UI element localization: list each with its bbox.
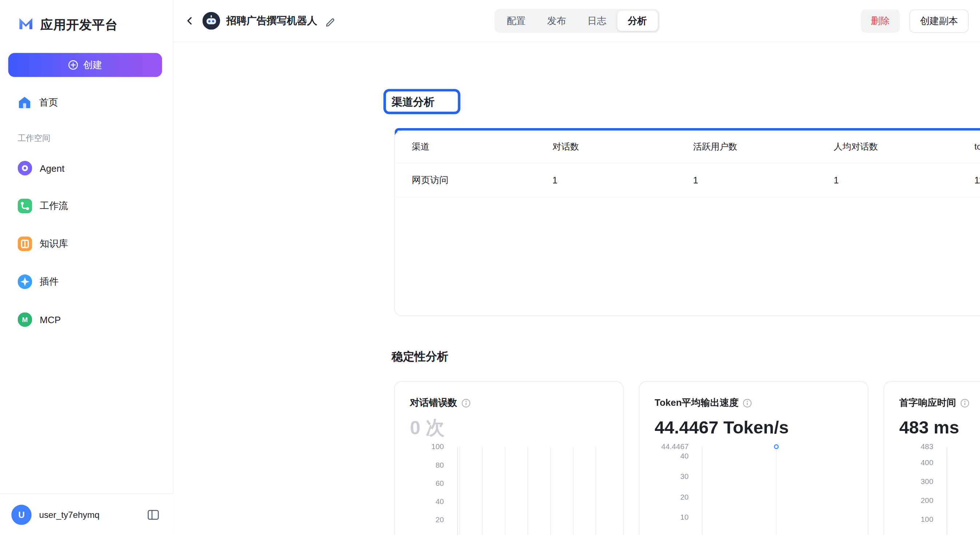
first-response-chart: 4834003002001000 2025-08-21: [899, 447, 980, 535]
column-header-token-usage: token消耗量: [974, 141, 980, 153]
sidebar-item-label: 工作流: [40, 200, 68, 212]
main-area: 招聘广告撰写机器人 配置 发布 日志 分析 删除 创建副本: [173, 0, 980, 535]
delete-button[interactable]: 删除: [861, 9, 900, 32]
card-title-label: Token平均输出速度: [654, 397, 738, 409]
sidebar-item-label: 首页: [39, 96, 58, 108]
sidebar-item-agent[interactable]: Agent: [8, 154, 165, 182]
tab-analysis[interactable]: 分析: [617, 11, 657, 30]
card-title-label: 首字响应时间: [899, 397, 956, 409]
app-title: 应用开发平台: [40, 16, 118, 33]
cell-channel: 网页访问: [412, 174, 552, 186]
info-icon[interactable]: [960, 398, 969, 407]
top-actions: 删除 创建副本: [861, 9, 968, 32]
collapse-sidebar-button[interactable]: [145, 506, 162, 523]
y-axis-labels: 44.4467403020100: [654, 447, 695, 535]
app-root: 应用开发平台 创建 首页 工作空间: [0, 0, 980, 535]
sidebar-item-mcp[interactable]: M MCP: [8, 305, 165, 333]
tab-logs[interactable]: 日志: [577, 11, 617, 30]
chevron-left-icon: [185, 16, 195, 26]
sidebar-item-label: 插件: [40, 275, 59, 288]
tab-publish[interactable]: 发布: [536, 11, 577, 30]
agent-icon: [18, 161, 32, 175]
home-icon: [18, 96, 32, 109]
card-value: 483 ms: [899, 416, 980, 439]
token-speed-chart: 44.4467403020100 2025-08-21: [654, 447, 852, 535]
card-value: 44.4467 Token/s: [654, 416, 852, 439]
card-token-speed: Token平均输出速度 44.4467 Token/s 44.446740302…: [639, 381, 868, 535]
cell-conversations: 1: [552, 175, 694, 185]
knowledge-base-icon: [18, 236, 32, 251]
cell-active-users: 1: [693, 175, 834, 185]
create-button[interactable]: 创建: [8, 53, 162, 77]
workflow-icon: [18, 198, 32, 213]
card-title-label: 对话错误数: [410, 397, 457, 409]
plugin-icon: [18, 274, 32, 288]
pencil-icon: [325, 15, 336, 26]
channel-analysis-title: 渠道分析: [392, 95, 435, 109]
svg-text:M: M: [22, 315, 28, 323]
sidebar-item-home[interactable]: 首页: [8, 88, 165, 116]
sidebar-item-workflow[interactable]: 工作流: [8, 192, 165, 220]
y-axis-labels: 100806040200: [410, 447, 450, 535]
sidebar-item-plugins[interactable]: 插件: [8, 268, 165, 295]
plus-circle-icon: [68, 60, 78, 70]
info-icon[interactable]: [743, 398, 752, 407]
user-name: user_ty7ehymq: [39, 510, 99, 520]
cell-avg-conversations: 1: [834, 175, 975, 185]
app-logo: 应用开发平台: [18, 15, 165, 34]
stability-analysis-title: 稳定性分析: [392, 349, 449, 364]
edit-title-button[interactable]: [323, 14, 336, 27]
column-header-channel: 渠道: [412, 141, 552, 153]
cell-token-usage: 1126: [974, 175, 980, 185]
plot-area: [947, 447, 980, 535]
bot-avatar: [202, 12, 220, 30]
stability-cards: 对话错误数 0 次 100806040200 2: [394, 381, 980, 535]
mcp-icon: M: [18, 312, 32, 326]
plot-area: [457, 447, 609, 535]
column-header-conversations: 对话数: [552, 141, 694, 153]
page-title: 招聘广告撰写机器人: [226, 14, 317, 27]
create-copy-button[interactable]: 创建副本: [909, 9, 969, 32]
sidebar-item-label: Agent: [40, 162, 64, 173]
back-button[interactable]: [182, 13, 197, 29]
column-header-active-users: 活跃用户数: [693, 141, 834, 153]
top-bar: 招聘广告撰写机器人 配置 发布 日志 分析 删除 创建副本: [173, 0, 980, 42]
card-first-response: 首字响应时间 483 ms 4834003002001000: [884, 381, 980, 535]
table-row: 网页访问 1 1 1 1126: [395, 163, 980, 197]
user-row: U user_ty7ehymq: [0, 494, 173, 535]
column-header-avg-conversations: 人均对话数: [834, 141, 975, 153]
sidebar-item-knowledge[interactable]: 知识库: [8, 230, 165, 257]
sidebar-item-label: MCP: [40, 314, 61, 324]
table-header-row: 渠道 对话数 活跃用户数 人均对话数 token消耗量: [395, 131, 980, 163]
platform-logo-icon: [18, 15, 34, 34]
tab-bar: 配置 发布 日志 分析: [494, 9, 659, 33]
info-icon[interactable]: [461, 398, 470, 407]
card-error-count: 对话错误数 0 次 100806040200 2: [394, 381, 624, 535]
collapse-sidebar-icon: [147, 508, 160, 521]
card-value: 0 次: [410, 416, 608, 439]
error-count-chart: 100806040200 2025-08-142025-08-18: [410, 447, 608, 535]
workspace-section-label: 工作空间: [18, 132, 165, 144]
sidebar: 应用开发平台 创建 首页 工作空间: [0, 0, 173, 535]
plot-area: [702, 447, 854, 535]
user-avatar: U: [11, 505, 31, 524]
tab-config[interactable]: 配置: [496, 11, 536, 30]
analysis-content: 渠道分析 渠道 对话数 活跃用户数 人均对话数 token消耗量 网页访问 1 …: [173, 42, 980, 535]
create-button-label: 创建: [83, 59, 102, 71]
sidebar-item-label: 知识库: [40, 238, 68, 250]
y-axis-labels: 4834003002001000: [899, 447, 940, 535]
channel-table-card: 渠道 对话数 活跃用户数 人均对话数 token消耗量 网页访问 1 1 1 1…: [394, 131, 980, 316]
